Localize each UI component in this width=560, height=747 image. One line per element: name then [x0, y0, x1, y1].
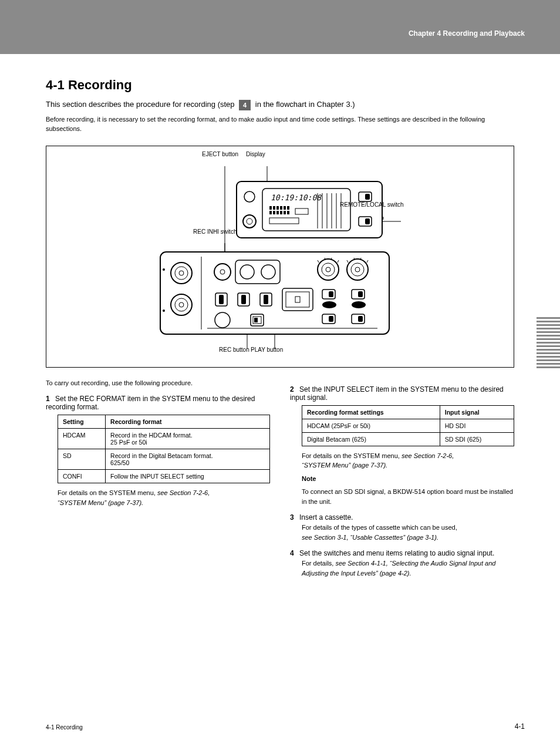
t2-r1c1: HDCAM (25PsF or 50i)	[302, 419, 440, 432]
t1-h2: Recording format	[106, 415, 270, 429]
step-2-heading: 2 Set the INPUT SELECT item in the SYSTE…	[290, 385, 514, 402]
t1-r3c2: Follow the INPUT SELECT setting	[106, 470, 270, 483]
step4-sub-pre: For details,	[302, 560, 335, 567]
svg-rect-22	[280, 211, 282, 214]
svg-point-45	[163, 309, 165, 312]
svg-point-57	[355, 267, 360, 272]
figure-label-eject: EJECT button	[202, 151, 238, 157]
table-rec-format: Setting Recording format HDCAM Record in…	[58, 415, 270, 483]
note2-body: To connect an SD SDI signal, a BKDW-514 …	[302, 487, 514, 506]
t1-r3c1: CONFI	[58, 470, 106, 483]
section-heading: 4-1 Recording	[46, 78, 560, 93]
table-input-select: Recording format settings Input signal H…	[302, 405, 514, 446]
svg-rect-16	[280, 206, 282, 210]
t2-note-pre: For details on the SYSTEM menu,	[302, 452, 402, 459]
svg-rect-78	[358, 291, 363, 297]
svg-rect-36	[365, 218, 370, 224]
intro-body: Before recording, it is necessary to set…	[46, 115, 514, 134]
svg-rect-71	[264, 295, 268, 304]
t2-h1: Recording format settings	[302, 405, 440, 419]
svg-point-43	[179, 302, 184, 307]
svg-rect-14	[273, 206, 275, 210]
svg-rect-69	[241, 295, 246, 304]
svg-point-54	[326, 267, 330, 272]
svg-point-81	[215, 312, 230, 328]
t1-r1c1: HDCAM	[58, 429, 106, 449]
step3-num: 3	[290, 513, 294, 521]
step2-body: Set the INPUT SELECT item in the SYSTEM …	[290, 385, 504, 402]
left-column: To carry out recording, use the followin…	[46, 378, 270, 582]
svg-point-51	[261, 265, 275, 279]
step3-body: Insert a cassette.	[299, 513, 353, 521]
figure-label-recinhi: REC INHI switch	[193, 228, 237, 235]
step1-body: Set the REC FORMAT item in the SYSTEM me…	[46, 395, 255, 411]
step4-sub: For details, see Section 4-1-1, “Selecti…	[302, 558, 514, 578]
note2: Note	[302, 474, 514, 484]
svg-rect-76	[329, 291, 333, 297]
svg-rect-18	[287, 206, 289, 210]
chapter-banner: Chapter 4 Recording and Playback	[0, 0, 560, 54]
svg-rect-15	[276, 206, 279, 210]
footer-page-number: 4-1	[515, 722, 525, 731]
svg-rect-34	[365, 194, 370, 200]
svg-rect-67	[219, 295, 224, 304]
svg-rect-13	[269, 206, 272, 210]
banner-text: Chapter 4 Recording and Playback	[409, 29, 525, 38]
step2-num: 2	[290, 385, 294, 393]
svg-rect-23	[284, 211, 286, 214]
step3-sub: For details of the types of cassette whi…	[302, 523, 514, 542]
t2-r2c1: Digital Betacam (625)	[302, 432, 440, 446]
step3-sub-pre: For details of the types of cassette whi…	[302, 524, 457, 531]
content-columns: To carry out recording, use the followin…	[46, 378, 514, 582]
svg-point-8	[244, 191, 255, 202]
figure-label-play: PLAY button	[251, 346, 283, 353]
svg-point-10	[247, 218, 252, 224]
t1-r2c1: SD	[58, 449, 106, 470]
t2-r2c2: SD SDI (625)	[440, 432, 514, 446]
t1-r1c2: Record in the HDCAM format. 25 PsF or 50…	[106, 429, 270, 449]
step1-num: 1	[46, 395, 50, 403]
svg-rect-20	[273, 211, 275, 214]
chapter-tab	[537, 317, 560, 370]
svg-text:10:19:10:08: 10:19:10:08	[271, 193, 322, 202]
svg-point-40	[179, 271, 184, 275]
step3-sub-italic: see Section 3-1, “Usable Cassettes” (pag…	[302, 534, 438, 541]
svg-point-50	[240, 265, 254, 279]
device-illustration: 10:19:10:08	[60, 152, 507, 364]
step-1-heading: 1 Set the REC FORMAT item in the SYSTEM …	[46, 395, 270, 411]
svg-point-80	[352, 301, 366, 308]
t1-note: For details on the SYSTEM menu, see Sect…	[58, 488, 270, 507]
svg-rect-21	[276, 211, 279, 214]
intro-step-line: This section describes the procedure for…	[46, 100, 560, 110]
right-column: 2 Set the INPUT SELECT item in the SYSTE…	[290, 378, 514, 582]
svg-rect-86	[329, 316, 333, 322]
svg-rect-74	[295, 297, 300, 302]
step4-body: Set the switches and menu items relating…	[299, 549, 494, 557]
svg-rect-17	[284, 206, 286, 210]
procedure-lead: To carry out recording, use the followin…	[46, 378, 270, 388]
intro-suffix: in the flowchart in Chapter 3.)	[255, 100, 355, 109]
footer-section-title: 4-1 Recording	[46, 724, 83, 731]
figure-label-remote: REMOTE/LOCAL switch	[340, 201, 404, 208]
intro-prefix: This section describes the procedure for…	[46, 100, 237, 109]
device-figure: EJECT button Display REMOTE/LOCAL switch…	[46, 146, 514, 368]
svg-point-48	[220, 270, 225, 274]
t2-r1c2: HD SDI	[440, 419, 514, 432]
step-number-badge: 4	[239, 100, 251, 110]
t1-note-pre: For details on the SYSTEM menu,	[58, 489, 157, 496]
t1-r2c2: Record in the Digital Betacam format. 62…	[106, 449, 270, 470]
figure-label-rec: REC button	[219, 346, 249, 353]
t2-note: For details on the SYSTEM menu, see Sect…	[302, 451, 514, 470]
svg-rect-84	[254, 318, 258, 322]
svg-rect-24	[287, 211, 289, 214]
svg-rect-19	[269, 211, 272, 214]
svg-rect-26	[269, 218, 299, 224]
step-3-heading: 3 Insert a cassette.	[290, 513, 514, 521]
svg-point-79	[322, 301, 336, 308]
svg-rect-25	[295, 208, 308, 214]
note2-label: Note	[302, 475, 316, 482]
t1-h1: Setting	[58, 415, 106, 429]
svg-rect-88	[358, 316, 363, 322]
svg-point-44	[163, 268, 165, 271]
step-4-heading: 4 Set the switches and menu items relati…	[290, 549, 514, 557]
